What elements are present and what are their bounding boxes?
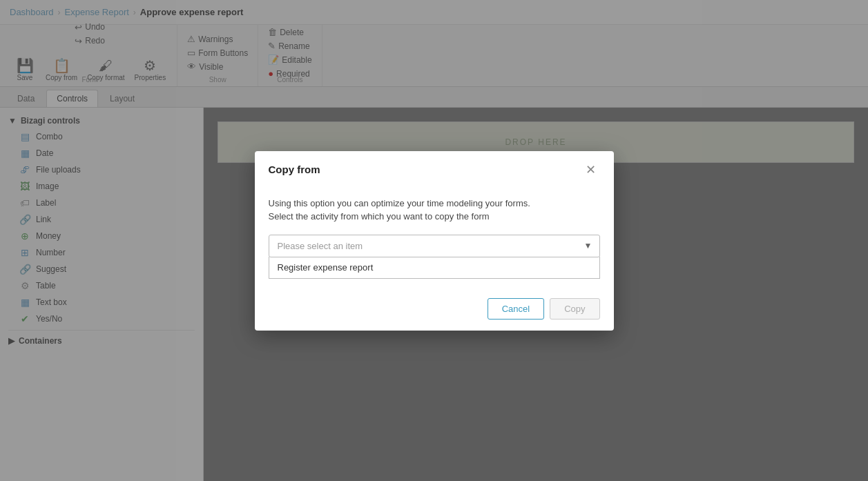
modal-desc-line2: Select the activity from which you want … [269, 211, 490, 222]
activity-select[interactable]: Please select an item [269, 235, 599, 257]
dropdown-item-register[interactable]: Register expense report [269, 257, 599, 278]
modal-title: Copy from [269, 164, 320, 175]
modal-desc-line1: Using this option you can optimize your … [269, 198, 530, 208]
modal-overlay: Copy from ✕ Using this option you can op… [0, 0, 868, 481]
activity-select-wrapper: Please select an item ▼ [269, 235, 600, 257]
copy-button[interactable]: Copy [550, 298, 599, 320]
cancel-button[interactable]: Cancel [488, 298, 544, 320]
copy-from-modal: Copy from ✕ Using this option you can op… [255, 151, 614, 331]
modal-body: Using this option you can optimize your … [255, 186, 614, 290]
dropdown-list: Register expense report [269, 257, 600, 279]
modal-header: Copy from ✕ [255, 151, 614, 186]
modal-footer: Cancel Copy [255, 290, 614, 331]
modal-close-button[interactable]: ✕ [581, 162, 600, 177]
modal-description: Using this option you can optimize your … [269, 197, 600, 224]
